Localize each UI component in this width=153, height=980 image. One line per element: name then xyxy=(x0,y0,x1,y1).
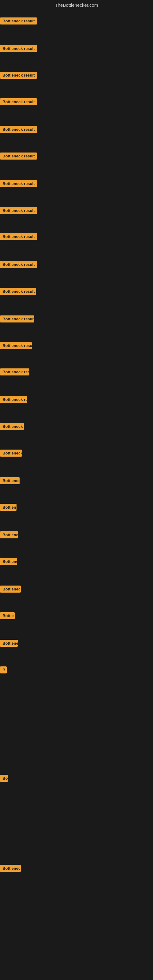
bottleneck-result-row: Bottleneck result xyxy=(0,342,32,350)
bottleneck-result-row: Bottleneck result xyxy=(0,72,37,80)
bottleneck-result-row: Bo xyxy=(0,775,8,783)
bottleneck-result-row: Bottleneck re xyxy=(0,585,21,594)
bottleneck-badge[interactable]: Bottleneck re xyxy=(0,585,21,593)
bottleneck-result-row: Bottleneck result xyxy=(0,315,34,324)
bottleneck-result-row: Bottlenec xyxy=(0,558,17,566)
bottleneck-badge[interactable]: Bottleneck result xyxy=(0,233,37,240)
bottleneck-badge[interactable]: Bottleneck resu xyxy=(0,450,22,457)
bottleneck-result-row: Bottle xyxy=(0,612,15,620)
bottleneck-badge[interactable]: Bottleneck xyxy=(0,477,19,484)
bottleneck-badge[interactable]: Bottlen xyxy=(0,504,16,511)
bottleneck-badge[interactable]: Bottleneck result xyxy=(0,315,34,323)
bottleneck-badge[interactable]: Bottle xyxy=(0,612,15,619)
bottleneck-badge[interactable]: Bottlenec xyxy=(0,558,17,565)
bottleneck-badge[interactable]: Bottleneck result xyxy=(0,368,29,375)
bottleneck-badge[interactable]: Bottleneck re xyxy=(0,865,21,872)
bottleneck-badge[interactable]: Bottleneck result xyxy=(0,396,27,403)
bottleneck-result-row: Bottleneck xyxy=(0,477,19,485)
bottleneck-badge[interactable]: Bottleneck xyxy=(0,640,18,647)
bottleneck-badge[interactable]: Bottleneck result xyxy=(0,72,37,79)
bottleneck-badge[interactable]: Bo xyxy=(0,775,8,782)
bottleneck-result-row: Bottleneck result xyxy=(0,288,36,296)
bottleneck-result-row: Bottleneck result xyxy=(0,233,37,241)
bottleneck-badge[interactable]: Bottleneck result xyxy=(0,207,37,214)
bottleneck-result-row: Bottlen xyxy=(0,504,16,512)
bottleneck-badge[interactable]: B xyxy=(0,667,7,673)
bottleneck-badge[interactable]: Bottleneck result xyxy=(0,180,37,187)
bottleneck-badge[interactable]: Bottleneck result xyxy=(0,126,37,133)
bottleneck-result-row: Bottleneck result xyxy=(0,153,37,161)
bottleneck-badge[interactable]: Bottleneck result xyxy=(0,261,37,268)
bottleneck-result-row: Bottleneck result xyxy=(0,126,37,134)
bottleneck-result-row: Bottleneck result xyxy=(0,180,37,188)
bottleneck-result-row: Bottleneck resu xyxy=(0,450,22,458)
bottleneck-badge[interactable]: Bottleneck xyxy=(0,531,18,538)
bottleneck-result-row: Bottleneck result xyxy=(0,396,27,404)
bottleneck-badge[interactable]: Bottleneck result xyxy=(0,153,37,159)
bottleneck-result-row: Bottleneck xyxy=(0,640,18,648)
bottleneck-badge[interactable]: Bottleneck result xyxy=(0,18,37,24)
bottleneck-result-row: Bottleneck result xyxy=(0,45,37,53)
bottleneck-result-row: Bottleneck result xyxy=(0,98,37,107)
bottleneck-result-row: Bottleneck xyxy=(0,531,18,539)
bottleneck-result-row: Bottleneck result xyxy=(0,368,29,377)
bottleneck-badge[interactable]: Bottleneck result xyxy=(0,342,32,349)
bottleneck-badge[interactable]: Bottleneck result xyxy=(0,45,37,52)
site-title: TheBottlenecker.com xyxy=(0,0,153,9)
bottleneck-result-row: Bottleneck r xyxy=(0,423,24,431)
bottleneck-badge[interactable]: Bottleneck result xyxy=(0,288,36,295)
bottleneck-result-row: Bottleneck result xyxy=(0,207,37,215)
bottleneck-badge[interactable]: Bottleneck r xyxy=(0,423,24,430)
bottleneck-result-row: B xyxy=(0,667,7,675)
bottleneck-badge[interactable]: Bottleneck result xyxy=(0,98,37,105)
bottleneck-result-row: Bottleneck result xyxy=(0,18,37,26)
bottleneck-result-row: Bottleneck result xyxy=(0,261,37,269)
bottleneck-result-row: Bottleneck re xyxy=(0,865,21,873)
